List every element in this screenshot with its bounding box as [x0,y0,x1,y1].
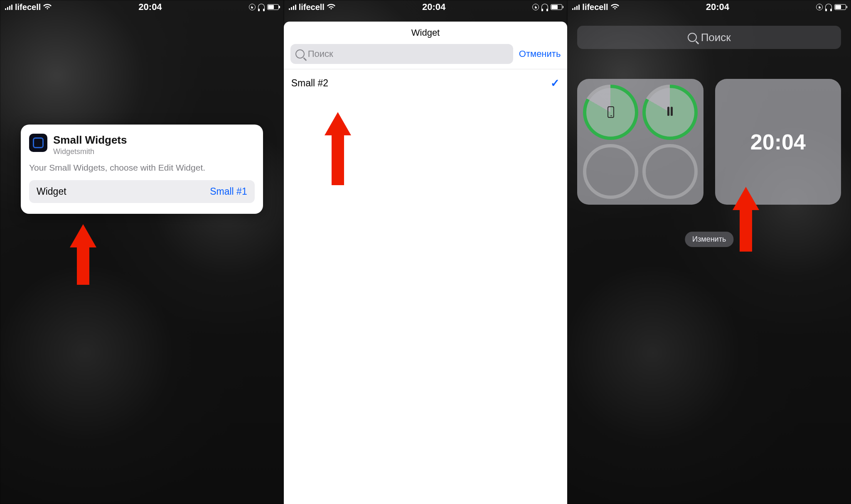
widget-row-label: Widget [37,186,66,197]
battery-icon [267,4,279,10]
search-input[interactable]: Поиск [290,44,513,64]
wifi-icon [43,2,52,12]
carrier-label: lifecell [15,2,41,12]
annotation-arrow [325,112,350,185]
widget-picker-sheet: Widget Поиск Отменить Small #2 ✓ [284,22,568,504]
search-icon [295,49,305,59]
checkmark-icon: ✓ [551,77,560,90]
signal-bars-icon [572,4,580,10]
headphones-icon [258,4,265,10]
status-bar: lifecell 20:04 [0,0,284,14]
status-time: 20:04 [422,2,445,12]
wifi-icon [611,2,619,12]
signal-bars-icon [289,4,296,10]
battery-ring-airpods [642,85,698,140]
signal-bars-icon [5,4,12,10]
app-icon [29,134,47,152]
search-placeholder: Поиск [701,31,731,44]
widget-option-label: Small #2 [291,78,328,89]
carrier-label: lifecell [299,2,325,12]
status-time: 20:04 [706,2,729,12]
airpods-icon [667,108,673,116]
cancel-button[interactable]: Отменить [519,49,561,59]
status-time: 20:04 [138,2,162,12]
status-bar: lifecell 20:04 [567,0,851,14]
status-bar: lifecell 20:04 [284,0,568,14]
card-subtitle: Widgetsmith [53,147,127,156]
wifi-icon [327,2,335,12]
clock-widget[interactable]: 20:04 [715,79,841,205]
widget-option-row[interactable]: Small #2 ✓ [284,69,568,97]
rotation-lock-icon [816,4,823,10]
edit-button[interactable]: Изменить [685,232,733,247]
card-description: Your Small Widgets, choose with Edit Wid… [29,163,255,173]
widget-row-value: Small #1 [210,186,247,197]
widget-time: 20:04 [715,79,841,205]
batteries-widget[interactable] [577,79,703,205]
phone-icon [608,106,614,118]
annotation-arrow [71,224,96,285]
carrier-label: lifecell [582,2,608,12]
search-placeholder: Поиск [308,49,333,59]
headphones-icon [825,4,832,10]
battery-ring-empty [583,144,638,199]
battery-ring-empty [642,144,698,199]
rotation-lock-icon [532,4,539,10]
widget-config-card: Small Widgets Widgetsmith Your Small Wid… [21,125,263,214]
search-icon [688,33,697,42]
widget-select-row[interactable]: Widget Small #1 [29,180,255,203]
today-search-field[interactable]: Поиск [577,26,841,49]
card-title: Small Widgets [53,134,127,147]
annotation-arrow [733,187,758,252]
battery-icon [551,4,562,10]
sheet-title: Widget [284,22,568,44]
headphones-icon [541,4,548,10]
screenshot-2: lifecell 20:04 Widget Поиск [284,0,568,504]
battery-ring-phone [583,85,638,140]
screenshot-3: lifecell 20:04 Поиск [567,0,851,504]
battery-icon [834,4,846,10]
rotation-lock-icon [249,4,256,10]
screenshot-1: lifecell 20:04 Small Widgets Widgetsmith [0,0,284,504]
